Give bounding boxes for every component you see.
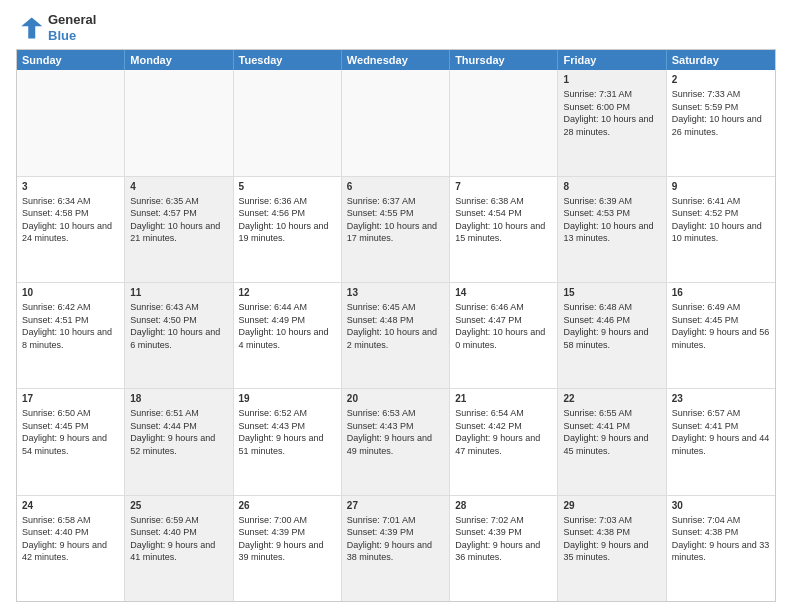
day-info-line: Sunset: 4:45 PM (22, 420, 119, 433)
day-info-line: Daylight: 9 hours and 39 minutes. (239, 539, 336, 564)
day-info-line: Sunrise: 7:03 AM (563, 514, 660, 527)
calendar-cell-11: 11Sunrise: 6:43 AMSunset: 4:50 PMDayligh… (125, 283, 233, 388)
day-info-line: Sunset: 4:50 PM (130, 314, 227, 327)
calendar-body: 1Sunrise: 7:31 AMSunset: 6:00 PMDaylight… (17, 70, 775, 601)
logo-blue: Blue (48, 28, 76, 43)
day-info-line: Daylight: 10 hours and 2 minutes. (347, 326, 444, 351)
calendar-cell-29: 29Sunrise: 7:03 AMSunset: 4:38 PMDayligh… (558, 496, 666, 601)
logo: General Blue (16, 12, 96, 43)
day-number: 23 (672, 392, 770, 406)
day-number: 8 (563, 180, 660, 194)
day-number: 29 (563, 499, 660, 513)
day-number: 1 (563, 73, 660, 87)
day-number: 5 (239, 180, 336, 194)
day-info-line: Daylight: 9 hours and 49 minutes. (347, 432, 444, 457)
day-info-line: Sunrise: 6:53 AM (347, 407, 444, 420)
calendar-cell-empty-0-4 (450, 70, 558, 175)
day-info-line: Daylight: 9 hours and 38 minutes. (347, 539, 444, 564)
calendar-cell-2: 2Sunrise: 7:33 AMSunset: 5:59 PMDaylight… (667, 70, 775, 175)
calendar-cell-empty-0-3 (342, 70, 450, 175)
calendar-cell-30: 30Sunrise: 7:04 AMSunset: 4:38 PMDayligh… (667, 496, 775, 601)
day-number: 4 (130, 180, 227, 194)
day-info-line: Daylight: 9 hours and 35 minutes. (563, 539, 660, 564)
day-info-line: Sunrise: 6:45 AM (347, 301, 444, 314)
day-info-line: Sunrise: 6:48 AM (563, 301, 660, 314)
day-info-line: Sunrise: 6:49 AM (672, 301, 770, 314)
day-number: 22 (563, 392, 660, 406)
day-info-line: Sunrise: 7:33 AM (672, 88, 770, 101)
svg-marker-0 (21, 17, 42, 38)
day-info-line: Daylight: 9 hours and 52 minutes. (130, 432, 227, 457)
day-info-line: Sunrise: 7:00 AM (239, 514, 336, 527)
calendar-header: SundayMondayTuesdayWednesdayThursdayFrid… (17, 50, 775, 70)
day-number: 11 (130, 286, 227, 300)
day-number: 19 (239, 392, 336, 406)
day-info-line: Sunrise: 6:39 AM (563, 195, 660, 208)
day-number: 14 (455, 286, 552, 300)
day-info-line: Sunrise: 6:38 AM (455, 195, 552, 208)
day-info-line: Daylight: 9 hours and 51 minutes. (239, 432, 336, 457)
day-info-line: Sunset: 5:59 PM (672, 101, 770, 114)
calendar-cell-22: 22Sunrise: 6:55 AMSunset: 4:41 PMDayligh… (558, 389, 666, 494)
day-number: 3 (22, 180, 119, 194)
day-info-line: Daylight: 10 hours and 10 minutes. (672, 220, 770, 245)
calendar-cell-9: 9Sunrise: 6:41 AMSunset: 4:52 PMDaylight… (667, 177, 775, 282)
header-day-thursday: Thursday (450, 50, 558, 70)
day-number: 21 (455, 392, 552, 406)
day-info-line: Sunrise: 6:34 AM (22, 195, 119, 208)
day-info-line: Daylight: 10 hours and 19 minutes. (239, 220, 336, 245)
calendar-cell-6: 6Sunrise: 6:37 AMSunset: 4:55 PMDaylight… (342, 177, 450, 282)
day-info-line: Sunrise: 6:43 AM (130, 301, 227, 314)
calendar-cell-empty-0-1 (125, 70, 233, 175)
day-info-line: Sunrise: 6:57 AM (672, 407, 770, 420)
day-number: 17 (22, 392, 119, 406)
day-info-line: Daylight: 10 hours and 6 minutes. (130, 326, 227, 351)
day-info-line: Sunrise: 7:04 AM (672, 514, 770, 527)
header-day-monday: Monday (125, 50, 233, 70)
day-number: 7 (455, 180, 552, 194)
day-info-line: Sunset: 4:52 PM (672, 207, 770, 220)
calendar-cell-23: 23Sunrise: 6:57 AMSunset: 4:41 PMDayligh… (667, 389, 775, 494)
calendar-cell-7: 7Sunrise: 6:38 AMSunset: 4:54 PMDaylight… (450, 177, 558, 282)
day-info-line: Sunset: 4:39 PM (347, 526, 444, 539)
day-info-line: Daylight: 9 hours and 58 minutes. (563, 326, 660, 351)
day-info-line: Sunrise: 6:35 AM (130, 195, 227, 208)
calendar-row-1: 1Sunrise: 7:31 AMSunset: 6:00 PMDaylight… (17, 70, 775, 176)
calendar-cell-5: 5Sunrise: 6:36 AMSunset: 4:56 PMDaylight… (234, 177, 342, 282)
logo-icon (16, 14, 44, 42)
calendar: SundayMondayTuesdayWednesdayThursdayFrid… (16, 49, 776, 602)
day-info-line: Daylight: 10 hours and 26 minutes. (672, 113, 770, 138)
day-info-line: Daylight: 10 hours and 17 minutes. (347, 220, 444, 245)
day-info-line: Daylight: 9 hours and 44 minutes. (672, 432, 770, 457)
day-info-line: Sunrise: 6:51 AM (130, 407, 227, 420)
day-number: 27 (347, 499, 444, 513)
day-info-line: Sunrise: 6:37 AM (347, 195, 444, 208)
day-number: 9 (672, 180, 770, 194)
day-info-line: Sunrise: 6:52 AM (239, 407, 336, 420)
day-info-line: Sunrise: 6:55 AM (563, 407, 660, 420)
day-number: 12 (239, 286, 336, 300)
day-info-line: Sunset: 4:39 PM (455, 526, 552, 539)
day-info-line: Sunset: 4:43 PM (239, 420, 336, 433)
day-info-line: Sunset: 4:40 PM (22, 526, 119, 539)
calendar-cell-18: 18Sunrise: 6:51 AMSunset: 4:44 PMDayligh… (125, 389, 233, 494)
day-info-line: Sunset: 4:55 PM (347, 207, 444, 220)
day-info-line: Sunrise: 6:50 AM (22, 407, 119, 420)
header-day-sunday: Sunday (17, 50, 125, 70)
header-day-friday: Friday (558, 50, 666, 70)
day-info-line: Sunrise: 6:41 AM (672, 195, 770, 208)
day-info-line: Sunset: 4:49 PM (239, 314, 336, 327)
day-info-line: Sunrise: 6:54 AM (455, 407, 552, 420)
day-info-line: Sunset: 6:00 PM (563, 101, 660, 114)
day-number: 10 (22, 286, 119, 300)
header: General Blue (16, 12, 776, 43)
calendar-cell-28: 28Sunrise: 7:02 AMSunset: 4:39 PMDayligh… (450, 496, 558, 601)
calendar-cell-27: 27Sunrise: 7:01 AMSunset: 4:39 PMDayligh… (342, 496, 450, 601)
day-info-line: Sunset: 4:58 PM (22, 207, 119, 220)
day-number: 30 (672, 499, 770, 513)
day-info-line: Sunrise: 7:02 AM (455, 514, 552, 527)
day-info-line: Daylight: 9 hours and 54 minutes. (22, 432, 119, 457)
calendar-cell-13: 13Sunrise: 6:45 AMSunset: 4:48 PMDayligh… (342, 283, 450, 388)
calendar-cell-1: 1Sunrise: 7:31 AMSunset: 6:00 PMDaylight… (558, 70, 666, 175)
day-info-line: Sunset: 4:41 PM (672, 420, 770, 433)
